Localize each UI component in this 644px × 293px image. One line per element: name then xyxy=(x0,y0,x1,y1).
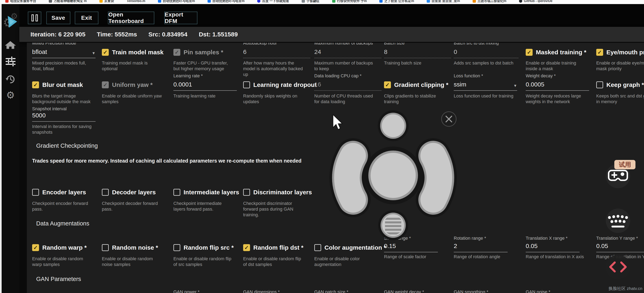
field-label-clipped: Batch size xyxy=(384,43,412,45)
open-tensorboard-button[interactable]: Open Tensorboard xyxy=(108,12,154,24)
bookmark-item[interactable]: 万能看神锤鞭析淘宝 m xyxy=(49,0,87,3)
favicon xyxy=(379,0,382,3)
bookmark-item[interactable]: 子饭翩征 xyxy=(302,0,320,3)
checkbox-unchecked-icon xyxy=(243,189,250,196)
checkbox-checked-icon xyxy=(32,244,39,251)
iteration-counter: Iteration: 6 220 905 xyxy=(30,31,86,38)
masked-training-checkbox[interactable]: Masked training * xyxy=(526,49,586,56)
checkbox-unchecked-icon xyxy=(243,81,250,88)
status-bar: Iteration: 6 220 905 Time: 5552ms Src: 0… xyxy=(19,27,644,42)
bookmark-item[interactable]: 自动优势恐吓与电官m xyxy=(208,0,244,3)
helper-text: Checkpoint intermediate layers forward p… xyxy=(174,201,234,212)
decoder-layers-checkbox[interactable]: Decoder layers xyxy=(102,189,156,196)
bookmark-item[interactable]: 企里里 里企里_里m xyxy=(427,0,460,3)
gear-icon[interactable]: ⚙ xyxy=(2,90,19,100)
bookmark-item[interactable]: TensorBo.m xyxy=(127,0,145,3)
mouse-cursor xyxy=(333,115,342,129)
exit-button[interactable]: Exit xyxy=(75,12,98,24)
overlay-center-pad xyxy=(364,147,422,204)
field-label-clipped: Batch src to dst mixing xyxy=(454,43,513,45)
favicon xyxy=(257,0,260,3)
gan-noise-label: GAN noise * xyxy=(526,289,550,293)
iteration-time: Time: 5552ms xyxy=(97,31,137,38)
helper-text: Keeps both src and dst graphs in memory xyxy=(596,93,644,105)
trial-badge: 试用 xyxy=(614,160,636,169)
helper-text: Training learning rate xyxy=(174,93,234,99)
section-title-gradient-checkpointing: Gradient Checkpointing xyxy=(36,142,98,149)
random-noise-checkbox[interactable]: Random noise * xyxy=(102,244,158,251)
section-title-gan-parameters: GAN Parameters xyxy=(36,276,81,282)
checkbox-checked-icon xyxy=(102,49,109,56)
sidebar: ⚙ ⚙ ⚙ xyxy=(2,4,19,293)
bookmark-item[interactable]: 电信众务服务平台 xyxy=(5,0,36,3)
cpu-cap-label: Data loading CPU cap * xyxy=(314,73,362,79)
keyboard-button[interactable] xyxy=(606,209,630,233)
weight-decay-label: Weight decay * xyxy=(526,73,556,79)
history-icon[interactable] xyxy=(2,75,19,84)
overlay-menu-button xyxy=(378,210,408,240)
encoder-layers-checkbox[interactable]: Encoder layers xyxy=(32,189,86,196)
export-dfm-button[interactable]: Export DFM xyxy=(164,12,198,24)
mixed-precision-select[interactable]: bfloat ▾ xyxy=(32,49,96,58)
batch-src-to-dst-input: 0 xyxy=(454,49,518,58)
snapshot-interval-input[interactable]: 5000 xyxy=(32,112,96,122)
bookmarks-bar: 电信众务服务平台 万能看神锤鞭析淘宝 m 京童设 TensorBo.m 自动优势… xyxy=(0,0,644,4)
bookmark-item[interactable]: 行徐设劳劳软件 予m xyxy=(332,0,367,3)
app-logo: ⚙ ⚙ xyxy=(2,13,19,30)
bookmark-item[interactable]: 王团市场工徐金纪m xyxy=(473,0,506,3)
bookmark-item[interactable]: 之了软里 公开私证m xyxy=(379,0,414,3)
watermark: 换脸社区 zhatv.cn xyxy=(609,286,642,291)
pause-icon xyxy=(36,15,38,21)
train-model-mask-checkbox[interactable]: Train model mask xyxy=(102,49,164,56)
learning-rate-input[interactable]: 0.0001 xyxy=(174,81,237,91)
code-button[interactable] xyxy=(606,255,630,279)
random-flip-dst-checkbox[interactable]: Random flip dst * xyxy=(243,244,304,251)
pause-icon xyxy=(32,15,34,21)
snapshot-interval-label: Snapshot interval xyxy=(32,106,67,112)
helper-text: Number of CPU threads used for data load… xyxy=(314,93,375,105)
loss-function-select[interactable]: ssim ▾ xyxy=(454,81,517,91)
helper-text: Loss function used for training xyxy=(454,93,515,99)
remote-control-overlay[interactable] xyxy=(313,106,476,246)
bookmark-item[interactable]: GitHub - iperov/De xyxy=(519,0,552,3)
section-title-data-augmentations: Data Augmentations xyxy=(36,220,89,227)
src-loss: Src: 0.834954 xyxy=(148,31,188,38)
eye-mouth-prio-checkbox[interactable]: Eye/mouth prio xyxy=(596,49,644,56)
cpu-cap-input: 16 xyxy=(314,81,381,91)
bookmark-item[interactable]: 百度 一下你就知道 xyxy=(257,0,289,3)
favicon xyxy=(49,0,52,3)
favicon xyxy=(100,0,103,3)
bookmark-item[interactable]: 自动优势恐吓与电官m xyxy=(158,0,195,3)
helper-text: Mixed precision modes full, float, bfloa… xyxy=(32,60,93,72)
intermediate-layers-checkbox[interactable]: Intermediate layers xyxy=(174,189,239,196)
autobackup-hour-input: 6 xyxy=(243,49,310,58)
random-flip-src-checkbox[interactable]: Random flip src * xyxy=(174,244,234,251)
helper-text: Interval in iterations for saving snapsh… xyxy=(32,124,93,135)
bookmark-item[interactable]: 京童设 xyxy=(100,0,114,3)
save-button[interactable]: Save xyxy=(46,12,70,24)
overlay-close-button[interactable] xyxy=(442,112,456,126)
chevron-down-icon: ▾ xyxy=(92,51,95,56)
gradient-clipping-checkbox[interactable]: Gradient clipping * xyxy=(384,81,448,88)
pause-button[interactable] xyxy=(28,12,41,24)
keep-graph-checkbox[interactable]: Keep graph * xyxy=(596,81,644,88)
random-warp-checkbox[interactable]: Random warp * xyxy=(32,244,86,251)
home-icon[interactable] xyxy=(2,40,19,50)
helper-text: Maximum number of backups to keep xyxy=(314,60,375,72)
favicon xyxy=(473,0,476,3)
loss-function-label: Loss function * xyxy=(454,73,483,79)
tune-settings-icon[interactable] xyxy=(2,56,19,67)
helper-text: Enable or disable random flip of src sam… xyxy=(174,256,234,267)
uniform-yaw-checkbox: Uniform yaw * xyxy=(102,81,153,88)
learning-rate-dropout-checkbox[interactable]: Learning rate dropout xyxy=(243,81,317,88)
blur-out-mask-checkbox[interactable]: Blur out mask xyxy=(32,81,83,88)
checkbox-unchecked-icon xyxy=(102,189,109,196)
helper-text: Enable or disable random flip of dst sam… xyxy=(243,256,304,267)
translation-x-input[interactable]: 0.05 xyxy=(526,242,580,252)
weight-decay-input[interactable]: 0.0005 xyxy=(526,81,589,91)
translation-y-input[interactable]: 0.05 xyxy=(596,242,644,252)
checkbox-checked-icon xyxy=(32,81,39,88)
discriminator-layers-checkbox[interactable]: Discriminator layers xyxy=(243,189,312,196)
helper-text: Checkpoint encoder forward pass. xyxy=(32,201,93,212)
checkbox-checked-disabled-icon xyxy=(174,49,180,56)
